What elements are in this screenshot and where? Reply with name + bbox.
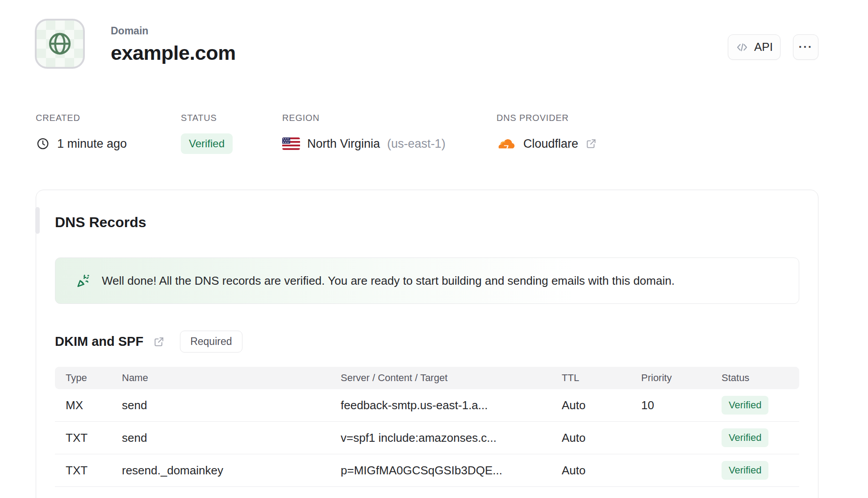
record-status-badge: Verified <box>722 461 768 480</box>
cell-content: v=spf1 include:amazonses.c... <box>341 431 562 445</box>
cell-priority: 10 <box>641 398 722 412</box>
col-header-content: Server / Content / Target <box>341 372 562 384</box>
region-code: (us-east-1) <box>387 137 446 151</box>
card-scroll-indicator <box>35 207 40 234</box>
dkim-spf-title: DKIM and SPF <box>55 334 143 349</box>
verified-banner-text: Well done! All the DNS records are verif… <box>102 274 675 288</box>
table-row: MX send feedback-smtp.us-east-1.a... Aut… <box>55 389 799 422</box>
status-badge: Verified <box>181 133 233 154</box>
api-button-label: API <box>754 40 773 54</box>
meta-created: CREATED 1 minute ago <box>36 113 181 154</box>
dns-records-card: DNS Records Well done! All the DNS recor… <box>36 190 818 498</box>
code-icon <box>735 41 749 54</box>
domain-avatar <box>35 19 85 69</box>
cell-name: send <box>122 398 341 412</box>
created-label: CREATED <box>36 113 181 123</box>
cell-type: TXT <box>66 464 122 477</box>
dkim-spf-section-head: DKIM and SPF Required <box>55 331 799 353</box>
cell-content: p=MIGfMA0GCSqGSIb3DQE... <box>341 464 562 477</box>
ellipsis-icon: ··· <box>799 40 813 54</box>
cell-name: send <box>122 431 341 445</box>
cell-ttl: Auto <box>562 464 641 477</box>
created-value: 1 minute ago <box>57 137 127 151</box>
dns-records-table: Type Name Server / Content / Target TTL … <box>55 367 799 487</box>
domain-meta: CREATED 1 minute ago STATUS Verified REG… <box>36 113 597 154</box>
more-button[interactable]: ··· <box>793 34 818 60</box>
header-actions: API ··· <box>728 34 818 60</box>
cell-ttl: Auto <box>562 431 641 445</box>
status-label: STATUS <box>181 113 282 123</box>
required-badge: Required <box>180 331 242 353</box>
meta-dns-provider: DNS PROVIDER Cloudflare <box>497 113 597 154</box>
cell-ttl: Auto <box>562 398 641 412</box>
verified-banner: Well done! All the DNS records are verif… <box>55 257 799 304</box>
dns-provider-label: DNS PROVIDER <box>497 113 597 123</box>
col-header-priority: Priority <box>641 372 722 384</box>
cell-content: feedback-smtp.us-east-1.a... <box>341 398 562 412</box>
meta-status: STATUS Verified <box>181 113 282 154</box>
dns-provider-name: Cloudflare <box>523 137 578 151</box>
col-header-type: Type <box>66 372 122 384</box>
table-row: TXT resend._domainkey p=MIGfMA0GCSqGSIb3… <box>55 454 799 487</box>
domain-eyebrow: Domain <box>111 25 236 37</box>
globe-icon <box>46 29 74 58</box>
cloudflare-icon <box>497 137 516 150</box>
record-status-badge: Verified <box>722 396 768 415</box>
col-header-name: Name <box>122 372 341 384</box>
record-status-badge: Verified <box>722 428 768 447</box>
col-header-status: Status <box>722 372 789 384</box>
cell-type: MX <box>66 398 122 412</box>
clock-icon <box>36 137 50 151</box>
table-row: TXT send v=spf1 include:amazonses.c... A… <box>55 422 799 454</box>
api-button[interactable]: API <box>728 34 780 60</box>
domain-header: Domain example.com <box>35 19 236 69</box>
table-header-row: Type Name Server / Content / Target TTL … <box>55 367 799 389</box>
region-name: North Virginia <box>307 137 380 151</box>
page-title: example.com <box>111 42 236 65</box>
cell-name: resend._domainkey <box>122 464 341 477</box>
party-popper-icon <box>75 273 91 289</box>
external-link-icon[interactable] <box>585 138 597 149</box>
meta-region: REGION North Virginia <box>282 113 497 154</box>
dns-records-title: DNS Records <box>55 214 799 231</box>
cell-type: TXT <box>66 431 122 445</box>
col-header-ttl: TTL <box>562 372 641 384</box>
us-flag-icon <box>282 137 300 150</box>
region-label: REGION <box>282 113 497 123</box>
external-link-icon[interactable] <box>153 336 165 348</box>
